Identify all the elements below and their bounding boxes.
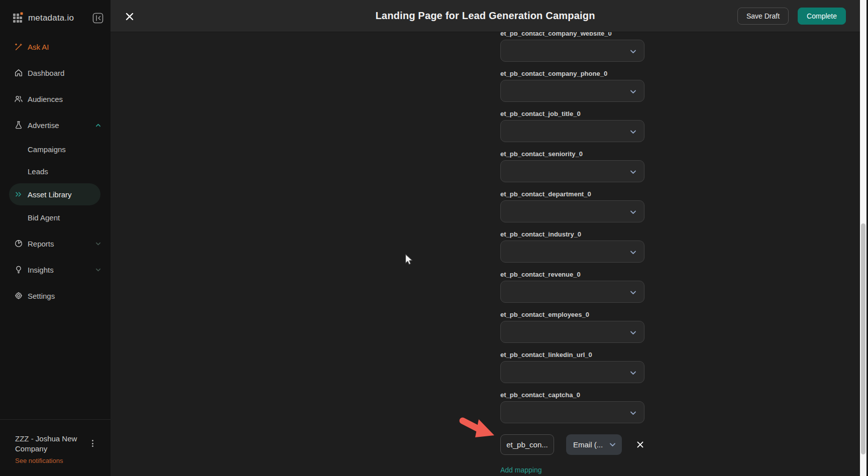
brand-name: metadata.io xyxy=(28,13,92,23)
sidebar-footer: ZZZ - Joshua New Company See notificatio… xyxy=(0,419,111,476)
mapping-footer: et_pb_con... Email (... Add mapping xyxy=(500,30,644,474)
sidebar-item-asset-library[interactable]: Asset Library xyxy=(9,183,100,205)
chevron-down-icon xyxy=(609,441,616,448)
see-notifications-link[interactable]: See notifications xyxy=(15,457,102,464)
chevron-icon xyxy=(94,43,101,50)
custom-mapping-row: et_pb_con... Email (... xyxy=(500,434,644,455)
save-draft-button[interactable]: Save Draft xyxy=(737,8,789,25)
kebab-menu-icon[interactable] xyxy=(92,440,93,447)
sidebar-item-label: Advertise xyxy=(28,121,94,130)
sidebar-item-settings[interactable]: Settings xyxy=(0,286,111,306)
sidebar-item-ask-ai[interactable]: Ask AI xyxy=(0,37,111,57)
sidebar-item-label: Bid Agent xyxy=(28,213,94,222)
chevron-down-icon xyxy=(94,266,101,273)
remove-mapping-icon[interactable] xyxy=(635,440,644,449)
sidebar-item-label: Leads xyxy=(28,167,94,176)
chevron-icon xyxy=(94,168,101,175)
annotation-arrow-icon xyxy=(456,416,497,444)
metadata-logo-icon xyxy=(13,14,23,23)
logo-row: metadata.io xyxy=(0,0,111,36)
sidebar-collapse-icon[interactable] xyxy=(92,13,103,24)
mapping-source-input[interactable]: et_pb_con... xyxy=(500,434,554,455)
sidebar-item-label: Reports xyxy=(28,240,94,248)
chevron-up-icon xyxy=(94,122,101,129)
flask-icon xyxy=(14,121,23,130)
nav-icon xyxy=(14,145,23,154)
wand-icon xyxy=(14,42,23,51)
sidebar-item-label: Settings xyxy=(28,292,94,300)
modal-panel: et_pb_contact_company_website_0 et_pb_co… xyxy=(111,0,860,476)
mouse-cursor xyxy=(405,254,414,269)
scrollbar-thumb[interactable] xyxy=(861,223,865,454)
sidebar-item-insights[interactable]: Insights xyxy=(0,260,111,280)
chevron-icon xyxy=(94,214,101,221)
gear-icon xyxy=(14,291,23,300)
pie-chart-icon xyxy=(14,239,23,248)
chevron-icon xyxy=(84,191,91,198)
complete-button[interactable]: Complete xyxy=(798,8,846,25)
scrollbar-track[interactable] xyxy=(860,0,866,476)
sidebar-item-audiences[interactable]: Audiences xyxy=(0,89,111,109)
double-chevron-right-icon xyxy=(14,190,23,199)
home-icon xyxy=(14,68,23,77)
header-actions: Save Draft Complete xyxy=(737,8,846,25)
add-mapping-link[interactable]: Add mapping xyxy=(500,466,542,474)
sidebar-nav: Ask AI Dashboard Audiences Advertise Cam… xyxy=(0,37,111,312)
sidebar-item-label: Dashboard xyxy=(28,69,94,77)
chevron-down-icon xyxy=(94,240,101,247)
nav-icon xyxy=(14,213,23,222)
sidebar-item-label: Audiences xyxy=(28,95,94,103)
sidebar-item-label: Campaigns xyxy=(28,145,94,154)
lightbulb-icon xyxy=(14,265,23,274)
sidebar-item-label: Ask AI xyxy=(28,43,94,51)
sidebar-item-campaigns[interactable]: Campaigns xyxy=(0,139,111,159)
sidebar-item-advertise[interactable]: Advertise xyxy=(0,115,111,135)
modal-header: Landing Page for Lead Generation Campaig… xyxy=(111,0,860,32)
company-name: ZZZ - Joshua New Company xyxy=(15,434,85,454)
sidebar-item-label: Asset Library xyxy=(28,190,84,199)
users-icon xyxy=(14,94,23,103)
chevron-icon xyxy=(94,146,101,153)
chevron-icon xyxy=(94,95,101,102)
sidebar: metadata.io Ask AI Dashboard Audiences A… xyxy=(0,0,111,476)
chevron-icon xyxy=(94,292,101,299)
nav-icon xyxy=(14,167,23,176)
sidebar-item-reports[interactable]: Reports xyxy=(0,233,111,254)
sidebar-item-dashboard[interactable]: Dashboard xyxy=(0,63,111,83)
sidebar-item-bid-agent[interactable]: Bid Agent xyxy=(0,207,111,227)
sidebar-item-label: Insights xyxy=(28,266,94,274)
sidebar-item-leads[interactable]: Leads xyxy=(0,161,111,181)
mapping-target-value: Email (... xyxy=(573,440,603,449)
chevron-icon xyxy=(94,69,101,76)
mapping-target-select[interactable]: Email (... xyxy=(566,434,622,455)
